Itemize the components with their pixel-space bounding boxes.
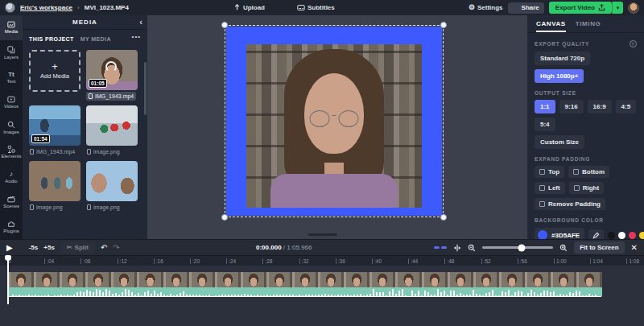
waveform-bar (292, 295, 294, 297)
custom-size-button[interactable]: Custom Size (535, 135, 584, 149)
redo-button[interactable]: ↷ (113, 244, 119, 252)
rewind-5s-button[interactable]: -5s (29, 244, 39, 251)
zoom-out-icon[interactable] (468, 244, 476, 252)
media-item-image-3[interactable] (86, 161, 138, 201)
ruler-tick: :12 (118, 258, 127, 264)
sidebar-item-media[interactable]: Media (0, 15, 23, 40)
sidebar-item-images[interactable]: Images (0, 115, 23, 140)
subtitles-button[interactable]: Subtitles (297, 4, 335, 11)
swatch-#f3d229[interactable] (639, 232, 644, 239)
resize-handle-top-right[interactable] (440, 22, 447, 28)
more-options-icon[interactable]: ••• (132, 33, 141, 40)
waveform-bar (473, 290, 474, 297)
upload-icon (233, 4, 241, 11)
size-1-1-button[interactable]: 1:1 (535, 100, 555, 113)
help-icon[interactable]: ? (630, 40, 637, 47)
breadcrumb-filename[interactable]: MVI_1023.MP4 (85, 4, 129, 11)
resize-handle-top-left[interactable] (221, 22, 228, 28)
padding-bottom-checkbox[interactable]: Bottom (568, 166, 609, 178)
tab-my-media[interactable]: MY MEDIA (80, 36, 111, 42)
video-clip[interactable] (8, 272, 602, 297)
collapse-panel-icon[interactable]: ‹ (139, 17, 142, 27)
remove-padding-checkbox[interactable]: Remove Padding (535, 198, 605, 210)
size-4-5-button[interactable]: 4:5 (616, 100, 637, 113)
waveform-bar (157, 294, 159, 297)
split-button[interactable]: ✂ Split (60, 241, 95, 254)
quality-standard-720p-button[interactable]: Standard 720p (535, 52, 590, 65)
waveform-bar (530, 290, 532, 297)
share-button[interactable]: Share (508, 2, 544, 14)
padding-left-checkbox[interactable]: Left (535, 182, 565, 194)
share-icon (513, 5, 519, 11)
media-item-label[interactable]: IMG_1943.mp4 (86, 92, 136, 101)
waveform-bar (115, 293, 117, 297)
ruler-tick: :32 (299, 258, 309, 264)
sidebar-item-text[interactable]: Tt Text (0, 65, 23, 90)
tab-timing[interactable]: TIMING (576, 15, 601, 32)
play-button[interactable]: ▶ (6, 244, 13, 252)
size-16-9-button[interactable]: 16:9 (588, 100, 612, 113)
breadcrumb-workspace[interactable]: Eric's workspace (20, 4, 72, 11)
slider-knob[interactable] (518, 244, 526, 251)
waveform-bar (334, 295, 336, 297)
sidebar-item-layers[interactable]: Layers (0, 40, 23, 65)
track-height-icon[interactable] (453, 244, 461, 252)
size-5-4-button[interactable]: 5:4 (535, 118, 555, 131)
export-video-button[interactable]: Export Video (549, 2, 612, 14)
text-icon: Tt (8, 71, 14, 78)
add-media-button[interactable]: + Add Media (29, 50, 80, 92)
canvas-horizontal-scrollbar[interactable] (308, 233, 337, 236)
timeline-ruler[interactable]: 0:04:08:12:16:20:24:28:32:36:40:44:48:52… (0, 255, 644, 266)
waveform-bar (341, 295, 342, 297)
export-options-caret-button[interactable]: ▾ (612, 2, 623, 14)
padding-right-checkbox[interactable]: Right (569, 182, 604, 194)
sidebar-item-elements[interactable]: Elements (0, 139, 23, 164)
sidebar-item-audio[interactable]: ♪ Audio (0, 164, 23, 189)
sidebar-item-videos[interactable]: Videos (0, 90, 23, 115)
forward-5s-button[interactable]: +5s (43, 244, 55, 251)
fit-to-screen-button[interactable]: Fit to Screen (574, 241, 624, 254)
canvas[interactable] (226, 27, 442, 216)
media-item-image-1[interactable] (86, 105, 138, 146)
zoom-in-icon[interactable] (559, 244, 568, 252)
settings-button[interactable]: ⚙ Settings (469, 4, 503, 11)
waveform-bar (105, 289, 107, 297)
swatch-#15161a[interactable] (608, 232, 615, 239)
media-cell: 01:05 IMG_1943.mp4 (86, 50, 138, 101)
media-item-video-2[interactable]: 01:54 (29, 105, 80, 146)
timeline-toolbar: ▶ -5s +5s ✂ Split ↶ ↷ 0:00.000 / 1:05.96… (0, 239, 644, 255)
media-item-label[interactable]: image.png (86, 203, 138, 212)
checkbox-icon (539, 169, 545, 175)
media-item-video-1[interactable]: 01:05 (86, 50, 138, 90)
close-icon[interactable]: ✕ (631, 243, 638, 252)
tab-this-project[interactable]: THIS PROJECT (29, 36, 74, 42)
waveform-bar (54, 295, 56, 297)
swatch-#e8355c[interactable] (629, 232, 636, 239)
resize-handle-bottom-left[interactable] (221, 214, 228, 221)
media-item-label[interactable]: image.png (86, 147, 138, 156)
media-item-label[interactable]: IMG_1943.mp4 (29, 147, 80, 156)
waveform-bar (257, 295, 258, 297)
timeline-view-toggle-icon[interactable] (434, 246, 447, 249)
panel-scrollbar[interactable] (144, 62, 147, 115)
background-color-label: BACKGROUND COLOR (535, 217, 637, 223)
upload-button[interactable]: Upload (233, 4, 265, 11)
media-item-label[interactable]: image.png (29, 203, 80, 212)
quality-high-1080p-button[interactable]: High 1080p+ (535, 69, 584, 83)
swatch-#ffffff[interactable] (618, 232, 625, 239)
subtitles-label: Subtitles (308, 4, 335, 11)
waveform-bar (80, 291, 81, 297)
workspace-logo[interactable] (5, 2, 15, 13)
user-avatar[interactable] (628, 2, 639, 14)
undo-button[interactable]: ↶ (101, 244, 107, 252)
sidebar-item-scenes[interactable]: Scenes (0, 189, 23, 214)
media-item-image-2[interactable] (29, 161, 80, 201)
timeline-zoom-slider[interactable] (482, 246, 553, 249)
sidebar-item-plugins[interactable]: Plugins (0, 214, 23, 239)
tab-canvas[interactable]: CANVAS (536, 15, 566, 32)
waveform-bar (456, 295, 458, 297)
padding-top-checkbox[interactable]: Top (535, 166, 564, 178)
playhead[interactable] (7, 255, 9, 304)
size-9-16-button[interactable]: 9:16 (559, 100, 584, 113)
resize-handle-bottom-right[interactable] (440, 214, 447, 221)
